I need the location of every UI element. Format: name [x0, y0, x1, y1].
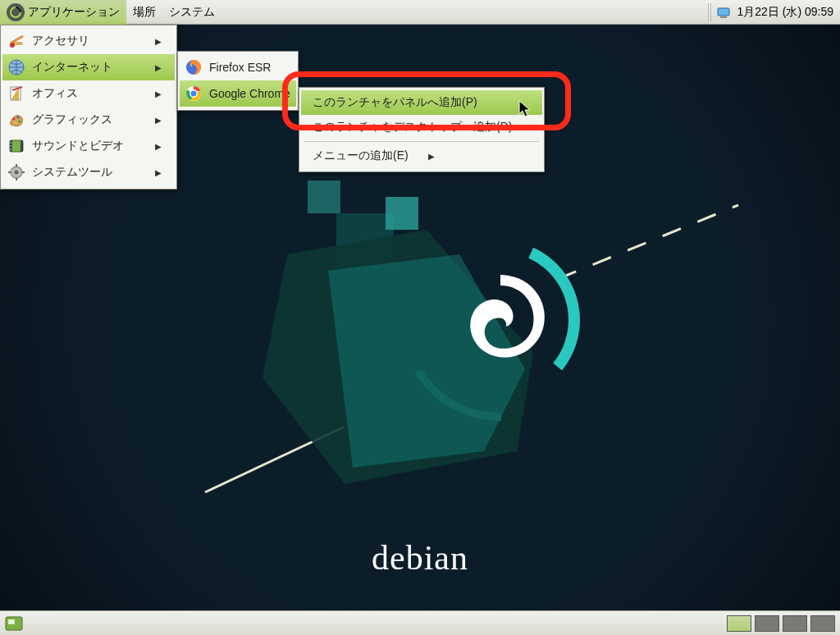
bottom-panel — [0, 610, 840, 635]
chrome-icon — [185, 85, 203, 103]
svg-rect-7 — [386, 197, 418, 230]
applications-menu-button[interactable]: アプリケーション — [0, 0, 126, 25]
svg-rect-1 — [718, 8, 729, 16]
apps-menu-item-office[interactable]: オフィス ▶ — [2, 80, 175, 107]
top-panel: アプリケーション 場所 システム 1月22日 (水) 09:59 — [0, 0, 840, 25]
submenu-arrow-icon: ▶ — [155, 89, 162, 98]
apps-menu-item-label: サウンドとビデオ — [32, 139, 124, 153]
svg-point-20 — [18, 120, 21, 122]
workspace-4[interactable] — [810, 615, 835, 632]
submenu-arrow-icon: ▶ — [155, 168, 162, 177]
apps-menu-item-system-tools[interactable]: システムツール ▶ — [2, 159, 175, 185]
apps-menu-item-accessories[interactable]: アクセサリ ▶ — [2, 28, 175, 54]
svg-point-26 — [11, 145, 12, 147]
submenu-arrow-icon: ▶ — [155, 116, 162, 125]
applications-menu-label: アプリケーション — [28, 5, 120, 20]
office-icon — [7, 85, 25, 103]
clock[interactable]: 1月22日 (水) 09:59 — [737, 5, 834, 20]
applications-menu: アクセサリ ▶ インターネット ▶ オフィス ▶ グラフィックス ▶ サウンドと… — [0, 25, 177, 190]
apps-menu-item-label: グラフィックス — [32, 112, 112, 127]
svg-rect-2 — [720, 16, 727, 18]
context-item-label: このランチャをデスクトップへ追加(D) — [313, 120, 512, 135]
sound-video-icon — [7, 137, 25, 155]
system-tools-icon — [7, 163, 25, 181]
accessories-icon — [7, 32, 25, 50]
svg-point-15 — [10, 43, 15, 48]
submenu-arrow-icon: ▶ — [155, 63, 162, 72]
submenu-arrow-icon: ▶ — [428, 152, 435, 161]
svg-point-19 — [16, 116, 19, 118]
svg-line-3 — [558, 205, 738, 279]
apps-menu-item-graphics[interactable]: グラフィックス ▶ — [2, 107, 175, 133]
apps-menu-item-label: インターネット — [32, 60, 112, 75]
svg-point-18 — [12, 117, 15, 120]
system-menu-button[interactable]: システム — [162, 2, 221, 23]
internet-icon — [7, 58, 25, 76]
tray-separator — [708, 3, 713, 21]
show-desktop-button[interactable] — [0, 613, 28, 634]
submenu-arrow-icon: ▶ — [155, 142, 162, 151]
apps-menu-item-internet[interactable]: インターネット ▶ — [2, 54, 175, 80]
internet-menu-item-label: Firefox ESR — [209, 61, 271, 74]
places-menu-button[interactable]: 場所 — [126, 2, 162, 23]
svg-point-21 — [14, 121, 16, 124]
apps-menu-item-label: アクセサリ — [32, 34, 89, 48]
workspace-3[interactable] — [783, 615, 807, 632]
system-menu-label: システム — [169, 5, 215, 20]
context-item-label: このランチャをパネルへ追加(P) — [313, 95, 477, 110]
apps-menu-item-sound-video[interactable]: サウンドとビデオ ▶ — [2, 133, 175, 159]
svg-rect-13 — [8, 619, 15, 624]
apps-menu-item-label: オフィス — [32, 86, 78, 101]
context-item-add-to-desktop[interactable]: このランチャをデスクトップへ追加(D) — [301, 115, 542, 139]
svg-point-25 — [11, 142, 12, 144]
context-item-label: メニューの追加(E) — [313, 148, 409, 163]
debian-swirl-icon — [7, 3, 25, 21]
svg-point-27 — [11, 148, 12, 150]
svg-rect-24 — [21, 140, 23, 152]
svg-rect-5 — [308, 180, 340, 213]
wallpaper-brand-text: debian — [372, 538, 468, 578]
internet-menu-item-label: Google Chrome — [209, 87, 290, 100]
internet-menu-item-chrome[interactable]: Google Chrome — [180, 80, 296, 107]
apps-menu-item-label: システムツール — [32, 165, 112, 180]
workspace-2[interactable] — [755, 615, 779, 632]
internet-submenu: Firefox ESR Google Chrome — [177, 51, 299, 111]
svg-point-29 — [15, 171, 19, 175]
context-item-add-to-panel[interactable]: このランチャをパネルへ追加(P) — [301, 90, 542, 115]
top-panel-left: アプリケーション 場所 システム — [0, 0, 221, 25]
launcher-context-menu: このランチャをパネルへ追加(P) このランチャをデスクトップへ追加(D) メニュ… — [299, 87, 545, 172]
svg-point-36 — [190, 90, 197, 97]
menu-separator — [304, 141, 539, 142]
top-panel-right: 1月22日 (水) 09:59 — [705, 3, 841, 21]
context-item-add-menu[interactable]: メニューの追加(E) ▶ — [301, 144, 542, 168]
submenu-arrow-icon: ▶ — [155, 37, 162, 46]
network-tray-icon[interactable] — [716, 5, 731, 20]
places-menu-label: 場所 — [133, 5, 156, 20]
internet-menu-item-firefox[interactable]: Firefox ESR — [180, 54, 296, 80]
firefox-icon — [185, 58, 203, 76]
graphics-icon — [7, 111, 25, 129]
workspace-1[interactable] — [727, 615, 751, 632]
workspace-switcher — [724, 615, 840, 632]
